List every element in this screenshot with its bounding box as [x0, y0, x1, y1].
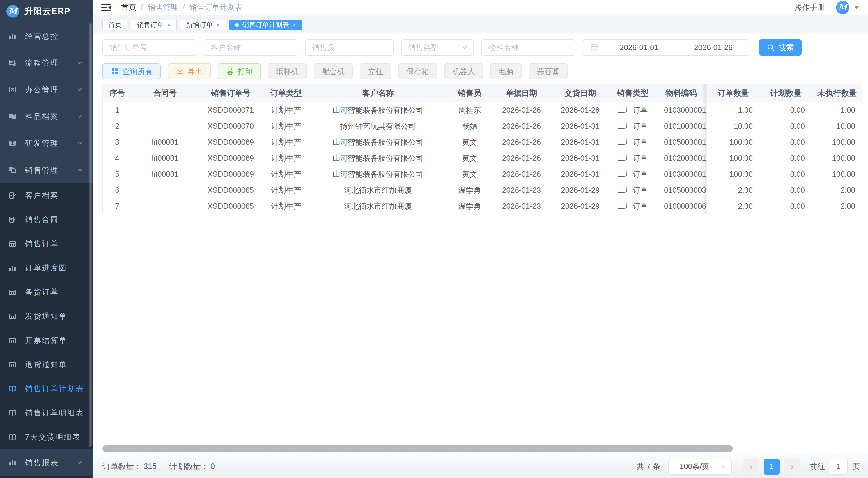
- sidebar-item-13[interactable]: 退货通知单: [0, 353, 93, 377]
- table-row-2[interactable]: 3ht00001XSDD000069计划生产山河智能装备股份有限公司黄文2026…: [103, 134, 863, 150]
- action-button-8[interactable]: 电脑: [490, 63, 522, 79]
- print-icon: [226, 67, 234, 76]
- cell-5-10: 2.00: [707, 182, 760, 198]
- date-range-picker[interactable]: 2026-01-01 - 2026-01-26: [583, 39, 749, 56]
- sidebar-item-2[interactable]: 办公管理: [0, 76, 93, 103]
- horizontal-scrollbar-thumb[interactable]: [102, 445, 733, 452]
- sidebar-item-1[interactable]: 流程管理: [0, 50, 93, 76]
- cell-1-2: XSDD000070: [198, 118, 264, 134]
- table-icon: [7, 240, 18, 248]
- cell-5-4: 河北衡水市红旗商厦: [309, 182, 447, 198]
- tab-0[interactable]: 首页: [102, 20, 127, 30]
- cell-3-2: XSDD000069: [198, 150, 264, 166]
- cell-4-4: 山河智能装备股份有限公司: [309, 166, 447, 182]
- sidebar-item-10[interactable]: 备货订单: [0, 280, 93, 304]
- action-button-4[interactable]: 配套机: [314, 63, 353, 79]
- sidebar-item-label: 7天交货明细表: [25, 432, 84, 442]
- book-icon: [7, 433, 18, 441]
- cell-3-1: ht00001: [132, 150, 198, 166]
- action-button-9[interactable]: 蒜蓉酱: [529, 63, 568, 79]
- close-tab-icon[interactable]: ×: [167, 22, 171, 28]
- sidebar-item-6[interactable]: 客户档案: [0, 183, 93, 208]
- prev-page-button[interactable]: ‹: [743, 459, 759, 475]
- search-icon: [767, 43, 775, 52]
- sale-type-select[interactable]: 销售类型: [401, 39, 474, 56]
- order-no-input[interactable]: [102, 39, 196, 56]
- sidebar-item-label: 研发管理: [25, 138, 76, 148]
- tab-label: 销售订单: [137, 20, 163, 29]
- table-row-5[interactable]: 6XSDD000065计划生产河北衡水市红旗商厦温学勇2026-01-23202…: [103, 182, 863, 198]
- chevron-down-icon: [720, 464, 726, 470]
- sidebar-item-12[interactable]: 开票结算单: [0, 328, 93, 353]
- cell-2-7: 2026-01-31: [551, 134, 610, 150]
- grid-icon: [111, 67, 119, 76]
- cell-0-6: 2026-01-26: [492, 102, 551, 118]
- goto-unit: 页: [852, 461, 860, 472]
- column-header-6: 单据日期: [492, 84, 551, 102]
- action-button-2[interactable]: 打印: [218, 63, 261, 79]
- app-root: M 升阳云ERP 经营总控流程管理办公管理料品档案研发管理销售管理客户档案销售合…: [0, 0, 868, 478]
- breadcrumb-home[interactable]: 首页: [121, 2, 136, 12]
- goto-page-input[interactable]: [830, 459, 848, 475]
- cell-4-8: 工厂订单: [610, 166, 656, 182]
- action-button-5[interactable]: 立柱: [360, 63, 391, 79]
- sidebar-item-4[interactable]: 研发管理: [0, 130, 93, 157]
- sidebar-item-0[interactable]: 经营总控: [0, 23, 93, 50]
- sidebar-item-11[interactable]: 发货通知单: [0, 304, 93, 328]
- toolbar: 查询所有导出打印纸杯机配套机立柱保存箱机器人电脑蒜蓉酱: [102, 63, 862, 79]
- cell-5-9: 0105000003: [656, 182, 707, 198]
- tab-2[interactable]: 新增订单×: [180, 20, 226, 30]
- sidebar-item-17[interactable]: 销售报表: [0, 449, 93, 476]
- action-button-0[interactable]: 查询所有: [102, 63, 161, 79]
- column-header-0: 序号: [103, 84, 132, 102]
- salesman-input[interactable]: [305, 39, 394, 56]
- close-tab-icon[interactable]: ×: [292, 22, 296, 28]
- collapse-sidebar-icon[interactable]: [101, 3, 111, 12]
- table-row-4[interactable]: 5ht00001XSDD000069计划生产山河智能装备股份有限公司黄文2026…: [103, 166, 863, 182]
- cell-2-3: 计划生产: [264, 134, 309, 150]
- search-button[interactable]: 搜索: [759, 39, 802, 56]
- table-row-1[interactable]: 2XSDD000070计划生产扬州钟艺玩具有限公司杨娟2026-01-26202…: [103, 118, 863, 134]
- action-button-3[interactable]: 纸杯机: [268, 63, 307, 79]
- action-button-6[interactable]: 保存箱: [398, 63, 437, 79]
- help-manual-link[interactable]: 操作手册: [795, 2, 825, 12]
- sidebar-item-15[interactable]: 销售订单明细表: [0, 401, 93, 425]
- close-tab-icon[interactable]: ×: [216, 22, 220, 28]
- sidebar-item-8[interactable]: 销售订单: [0, 232, 93, 256]
- action-button-1[interactable]: 导出: [168, 63, 211, 79]
- customer-input[interactable]: [204, 39, 298, 56]
- sidebar-item-5[interactable]: 销售管理: [0, 157, 93, 183]
- sidebar-item-3[interactable]: 料品档案: [0, 103, 93, 130]
- table-row-0[interactable]: 1XSDD000071计划生产山河智能装备股份有限公司周桂东2026-01-26…: [103, 102, 863, 118]
- cell-1-3: 计划生产: [264, 118, 309, 134]
- table-row-6[interactable]: 7XSDD000065计划生产河北衡水市红旗商厦温学勇2026-01-23202…: [103, 198, 863, 214]
- sidebar-item-7[interactable]: 销售合同: [0, 208, 93, 232]
- page-size-select[interactable]: 100条/页: [668, 459, 732, 475]
- current-page-button[interactable]: 1: [764, 459, 779, 475]
- cell-4-3: 计划生产: [264, 166, 309, 182]
- avatar[interactable]: M: [836, 1, 849, 14]
- cell-1-9: 0101000001: [656, 118, 707, 134]
- cell-5-0: 6: [103, 182, 132, 198]
- table-row-3[interactable]: 4ht00001XSDD000069计划生产山河智能装备股份有限公司黄文2026…: [103, 150, 863, 166]
- material-input[interactable]: [482, 39, 575, 56]
- tab-label: 首页: [108, 20, 122, 29]
- next-page-button[interactable]: ›: [784, 459, 800, 475]
- sidebar-item-9[interactable]: 订单进度图: [0, 256, 93, 280]
- cell-5-11: 0.00: [760, 182, 812, 198]
- cell-0-10: 1.00: [707, 102, 760, 118]
- cell-2-0: 3: [103, 134, 132, 150]
- cell-4-1: ht00001: [132, 166, 198, 182]
- user-menu[interactable]: M: [836, 1, 859, 14]
- tab-1[interactable]: 销售订单×: [131, 20, 177, 30]
- sidebar-item-16[interactable]: 7天交货明细表: [0, 425, 93, 449]
- sidebar-item-14-active[interactable]: 销售订单计划表: [0, 377, 93, 401]
- book-icon: [7, 385, 18, 393]
- plan-qty-label: 计划数量：: [169, 461, 209, 472]
- sidebar-scrollbar[interactable]: [89, 23, 92, 447]
- page-size-value: 100条/页: [669, 461, 720, 472]
- tab-3-active[interactable]: 销售订单计划表×: [229, 20, 302, 30]
- action-button-7[interactable]: 机器人: [444, 63, 483, 79]
- cell-3-8: 工厂订单: [610, 150, 656, 166]
- app-title: 升阳云ERP: [25, 5, 71, 17]
